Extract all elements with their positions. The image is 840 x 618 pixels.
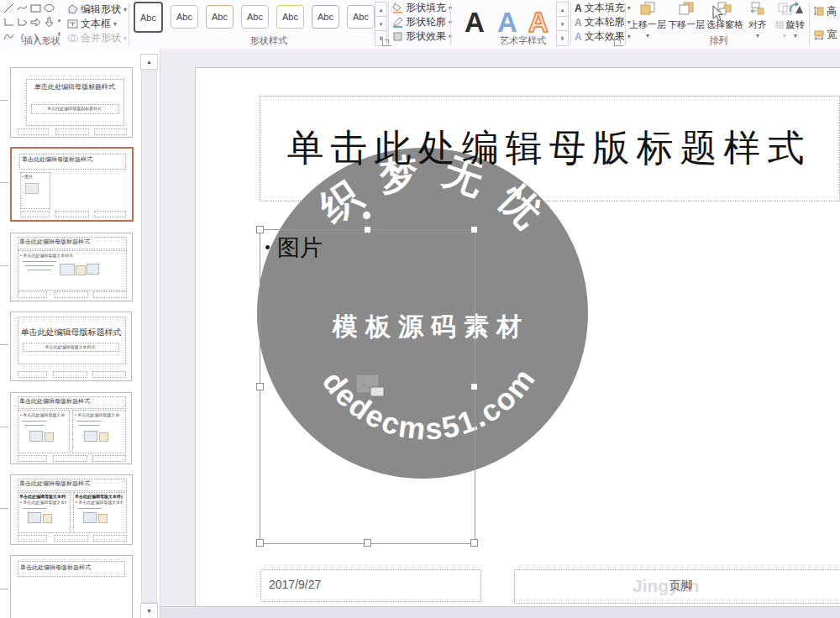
wordart-style-black[interactable]: A (465, 8, 485, 36)
shape-style-preset[interactable]: Abc (276, 5, 304, 29)
clipart-micro-icon (87, 264, 99, 275)
width-icon (814, 29, 824, 40)
selection-pane-button[interactable]: 选择窗格 (706, 2, 744, 31)
clipart-micro-icon (99, 432, 108, 442)
align-icon (750, 2, 766, 15)
thumbnail-section-layout[interactable]: 单击此处编辑母版标题样式 单击此处编辑母版文本样式 (10, 312, 132, 381)
curve-shape-icon[interactable] (3, 30, 15, 43)
edit-shape-icon (67, 4, 78, 15)
line-shape-icon[interactable] (3, 2, 15, 14)
thumbnails-scroll-down-button[interactable]: ▼ (140, 603, 158, 618)
resize-handle-bottom-center[interactable] (364, 539, 371, 547)
bring-forward-button[interactable]: 上移一层▾ (628, 2, 667, 39)
bring-forward-icon (640, 2, 656, 15)
text-box-icon (67, 18, 78, 29)
thumbnail-two-content-layout[interactable]: 单击此处编辑母版标题样式 • 单击此处编辑母版文本样式 • 单击此处编辑母版文本… (10, 392, 132, 464)
powerpoint-slide-master-window: ( ) ▾ ⇟ 编辑形状▾ 文本框▾ 合并形状▾ 插入形状 Abc Abc Ab… (0, 0, 840, 618)
group-divider (809, 3, 810, 45)
resize-handle-middle-left[interactable] (256, 383, 264, 390)
shape-style-preset[interactable]: Abc (241, 5, 269, 29)
resize-handle-middle-right[interactable] (470, 383, 478, 390)
wordart-style-blue[interactable]: A (497, 8, 517, 36)
insert-shapes-group-label: 插入形状 (15, 34, 69, 47)
wordart-styles-dialog-launcher-icon[interactable] (614, 37, 623, 46)
shape-style-preset[interactable]: Abc (347, 5, 375, 29)
text-outline-button[interactable]: A 文本轮廓▾ (575, 15, 631, 29)
group-divider (625, 3, 626, 45)
shape-style-preset[interactable]: Abc (171, 5, 198, 29)
clipart-micro-icon (83, 512, 97, 523)
oval-shape-icon[interactable] (43, 2, 55, 14)
clipart-micro-icon (45, 432, 54, 442)
edit-shape-button[interactable]: 编辑形状▾ (67, 3, 127, 17)
rectangle-shape-icon[interactable] (29, 2, 42, 14)
resize-handle-top-right[interactable] (470, 226, 478, 233)
bullet-icon: • (265, 238, 270, 258)
slide-master-canvas[interactable]: 单击此处编辑母版标题样式 织梦无忧 模板源码素材 dedecms51.com (195, 67, 840, 607)
thumbnail-title-only-layout[interactable]: 单击此处编辑母版标题样式 (10, 555, 133, 618)
group-divider (450, 3, 451, 45)
clipart-micro-icon (29, 431, 43, 442)
resize-handle-top-left[interactable] (256, 226, 264, 233)
clipart-micro-icon (28, 512, 41, 523)
shape-outline-button[interactable]: 形状轮廓▾ (392, 15, 452, 29)
thumbnail-master[interactable]: 单击此处编辑母版标题样式 单击此处编辑母版副标题样式 (10, 67, 133, 138)
thumbnail-picture-layout-selected[interactable]: 单击此处编辑母版标题样式 • 图片 (10, 147, 134, 222)
wordart-style-orange-outline[interactable]: A (528, 8, 549, 36)
shape-outline-icon (392, 17, 403, 28)
resize-handle-top-center[interactable] (364, 226, 371, 233)
title-placeholder-text[interactable]: 单击此处编辑母版标题样式 (260, 96, 838, 200)
shape-height-field[interactable]: 高 (814, 4, 837, 18)
picture-micro-icon (25, 183, 39, 194)
text-fill-icon: A (575, 3, 582, 14)
clipart-micro-icon (76, 265, 86, 275)
thumbnail-comparison-layout[interactable]: 单击此处编辑母版标题样式 单击此处编辑母版文本样式 • 单击此处编辑母版文本样式… (10, 474, 133, 545)
group-divider (570, 3, 571, 45)
date-text: 2017/9/27 (269, 578, 321, 591)
rotation-handle[interactable] (362, 211, 371, 220)
picture-placeholder-icon[interactable] (355, 374, 392, 401)
send-backward-button[interactable]: 下移一层 (667, 2, 706, 31)
wordart-styles-group-label: 艺术字样式 (483, 34, 563, 47)
resize-handle-bottom-right[interactable] (470, 539, 478, 547)
footer-text: 页脚 (515, 579, 840, 594)
shape-effects-icon (392, 31, 403, 42)
picture-placeholder-caption[interactable]: • 图片 (265, 233, 323, 263)
shape-effects-button[interactable]: 形状效果▾ (392, 29, 452, 44)
rotate-icon (788, 2, 804, 15)
merge-shapes-button[interactable]: 合并形状▾ (67, 31, 127, 45)
shape-styles-dialog-launcher-icon[interactable] (382, 37, 391, 46)
thumbnails-scrollbar-thumb[interactable] (141, 71, 157, 603)
elbow-arrow-icon[interactable] (16, 16, 29, 29)
shape-fill-button[interactable]: 形状填充▾ (392, 1, 452, 15)
elbow-connector-icon[interactable] (3, 16, 15, 29)
text-effects-icon: A (575, 31, 582, 43)
date-placeholder[interactable]: 2017/9/27 (260, 569, 481, 602)
text-fill-button[interactable]: A 文本填充▾ (575, 1, 631, 15)
shape-style-preset-selected[interactable]: Abc (134, 2, 163, 33)
thumbnail-content-layout[interactable]: 单击此处编辑母版标题样式 • 单击此处编辑母版文本样式 (10, 233, 133, 301)
footer-placeholder[interactable]: Jingyan 页脚 (514, 569, 840, 604)
resize-handle-bottom-left[interactable] (256, 539, 264, 547)
arrange-group-label: 排列 (687, 34, 750, 47)
shape-style-preset[interactable]: Abc (206, 5, 234, 29)
text-box-button[interactable]: 文本框▾ (67, 17, 117, 31)
shape-styles-group-label: 形状样式 (227, 34, 311, 47)
shape-fill-icon (392, 3, 403, 13)
send-backward-icon (679, 2, 695, 15)
height-icon (814, 6, 824, 17)
clipart-micro-icon (60, 264, 75, 275)
shape-style-preset[interactable]: Abc (312, 5, 339, 29)
right-arrow-shape-icon[interactable] (29, 16, 42, 29)
ribbon-format-tab: ( ) ▾ ⇟ 编辑形状▾ 文本框▾ 合并形状▾ 插入形状 Abc Abc Ab… (0, 0, 840, 50)
group-divider (129, 3, 129, 45)
status-strip (160, 606, 840, 618)
slide-master-thumbnail-panel: 单击此处编辑母版标题样式 单击此处编辑母版副标题样式 单击此处编辑母版标题样式 … (0, 49, 160, 618)
clipart-micro-icon (84, 431, 97, 442)
thumbnails-scroll-up-button[interactable]: ▲ (140, 54, 158, 70)
freeform-shape-icon[interactable] (16, 2, 29, 14)
rotate-button[interactable]: 旋转▾ (783, 2, 808, 39)
shapes-gallery-down-icon[interactable]: ▾ (54, 14, 65, 27)
shape-width-field[interactable]: 宽 (814, 28, 837, 42)
clipart-micro-icon (43, 514, 52, 523)
